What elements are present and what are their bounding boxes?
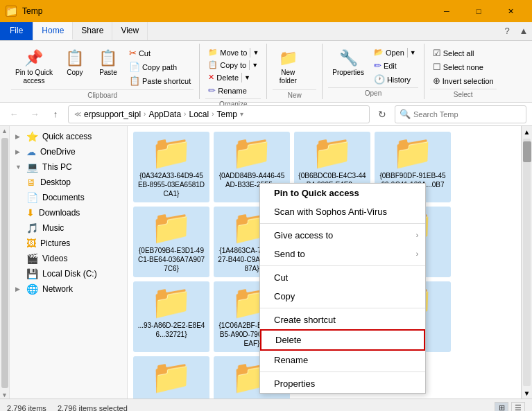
ctx-create-shortcut[interactable]: Create shortcut (260, 311, 425, 329)
list-item[interactable]: 📁 ...93-A86D-2E2-E8E46...32721} (133, 281, 209, 352)
new-folder-icon: 📁 (279, 49, 298, 67)
nav-documents[interactable]: 📄 Documents (10, 190, 127, 205)
forward-button[interactable]: → (26, 106, 43, 123)
up-button[interactable]: ↑ (47, 106, 64, 123)
select-all-button[interactable]: ☑ Select all (430, 46, 497, 60)
copy-to-arrow[interactable]: ▼ (249, 60, 260, 70)
paste-label: Paste (99, 69, 117, 77)
move-to-icon: 📁 (208, 48, 218, 57)
open-button[interactable]: 📂 Open ▼ (371, 46, 418, 58)
ctx-sep3 (260, 308, 425, 308)
clipboard-small-btns: ✂ Cut 📄 Copy path 📋 Paste shortcut (126, 46, 194, 87)
copy-to-main[interactable]: 📋 Copy to (205, 59, 249, 71)
nav-expand-thispc: ▼ (15, 164, 22, 170)
nav-local-disk[interactable]: 💾 Local Disk (C:) (10, 266, 127, 281)
paste-shortcut-button[interactable]: 📋 Paste shortcut (126, 74, 194, 87)
copy-to-button[interactable]: 📋 Copy to ▼ (205, 59, 261, 71)
nav-videos[interactable]: 🎬 Videos (10, 251, 127, 266)
tab-home[interactable]: Home (33, 22, 73, 40)
edit-button[interactable]: ✏ Edit (371, 59, 418, 72)
list-item[interactable]: 📁 ... (133, 356, 209, 399)
nav-downloads[interactable]: ⬇ Downloads (10, 205, 127, 220)
path-local[interactable]: Local (189, 110, 209, 119)
delete-button[interactable]: ✕ Delete ▼ (205, 71, 261, 83)
scroll-thumb[interactable] (523, 141, 531, 162)
nav-music[interactable]: 🎵 Music (10, 220, 127, 236)
nav-music-icon: 🎵 (26, 222, 38, 234)
nav-onedrive-icon: ☁ (26, 146, 36, 157)
search-input[interactable] (413, 110, 522, 119)
properties-button[interactable]: 🔧 Properties (328, 46, 368, 80)
ribbon-group-clipboard: 📌 Pin to Quickaccess 📋 Copy 📋 Paste ✂ Cu… (6, 44, 200, 99)
paste-button[interactable]: 📋 Paste (93, 46, 123, 80)
list-item[interactable]: 📁 {0A342A33-64D9-45EB-8955-03EA6581DCA1} (133, 132, 209, 202)
view-large-icons-button[interactable]: ⊞ (495, 402, 508, 412)
invert-selection-button[interactable]: ⊕ Invert selection (430, 74, 497, 87)
ctx-cut[interactable]: Cut (260, 268, 425, 287)
folder-icon: 📁 (231, 136, 273, 169)
move-to-button[interactable]: 📁 Move to ▼ (205, 46, 261, 58)
left-scroll-down[interactable]: ▼ (1, 392, 8, 399)
delete-main[interactable]: ✕ Delete (205, 71, 241, 83)
ctx-pin-label: Pin to Quick access (274, 188, 359, 198)
maximize-button[interactable]: □ (463, 0, 495, 22)
ctx-give-access[interactable]: Give access to › (260, 226, 425, 245)
select-none-button[interactable]: ☐ Select none (430, 60, 497, 73)
main-area: ▲ ▼ ▶ ⭐ Quick access ▶ ☁ OneDrive ▼ 💻 Th… (0, 126, 532, 399)
list-item[interactable]: 📁 {0EB709B4-E3D1-49C1-BE64-036A7A9077C6} (133, 207, 209, 277)
pin-to-quick-access-button[interactable]: 📌 Pin to Quickaccess (11, 46, 57, 88)
left-scroll-up[interactable]: ▲ (1, 128, 8, 134)
history-button[interactable]: 🕐 History (371, 73, 418, 86)
ctx-send-to[interactable]: Send to › (260, 245, 425, 263)
nav-pictures[interactable]: 🖼 Pictures (10, 236, 127, 251)
nav-this-pc[interactable]: ▼ 💻 This PC (10, 159, 127, 175)
tab-view[interactable]: View (112, 22, 148, 40)
path-erpsupport[interactable]: erpsupport_sipl (84, 110, 141, 119)
delete-arrow[interactable]: ▼ (241, 73, 252, 82)
ribbon-collapse-button[interactable]: ▲ (515, 22, 532, 39)
nav-onedrive[interactable]: ▶ ☁ OneDrive (10, 144, 127, 159)
copy-path-button[interactable]: 📄 Copy path (126, 60, 194, 73)
open-main[interactable]: 📂 Open (371, 46, 407, 58)
scroll-up-button[interactable]: ▲ (522, 126, 532, 137)
folder-icon: 📁 (151, 211, 192, 244)
rename-button[interactable]: ✏ Rename (205, 84, 261, 97)
nav-onedrive-label: OneDrive (40, 147, 76, 157)
tab-share[interactable]: Share (73, 22, 112, 40)
ctx-send-to-arrow: › (416, 250, 418, 258)
minimize-button[interactable]: ─ (431, 0, 463, 22)
folder-icon: 📁 (151, 136, 192, 169)
ribbon-group-organize: 📁 Move to ▼ 📋 Copy to ▼ (200, 44, 267, 99)
move-to-main[interactable]: 📁 Move to (205, 46, 250, 58)
search-icon: 🔍 (400, 109, 411, 119)
refresh-button[interactable]: ↻ (374, 106, 391, 123)
ctx-rename[interactable]: Rename (260, 351, 425, 369)
ctx-pin[interactable]: Pin to Quick access (260, 184, 425, 202)
close-button[interactable]: ✕ (495, 0, 526, 22)
nav-desktop[interactable]: 🖥 Desktop (10, 175, 127, 190)
cut-button[interactable]: ✂ Cut (126, 46, 194, 60)
ctx-copy[interactable]: Copy (260, 287, 425, 306)
ctx-delete[interactable]: Delete (260, 329, 425, 351)
view-details-button[interactable]: ☰ (511, 402, 525, 412)
ctx-properties[interactable]: Properties (260, 374, 425, 393)
new-folder-button[interactable]: 📁 Newfolder (273, 46, 303, 88)
clipboard-items: 📌 Pin to Quickaccess 📋 Copy 📋 Paste ✂ Cu… (11, 46, 194, 88)
scroll-down-button[interactable]: ▼ (522, 387, 532, 399)
ctx-scan[interactable]: Scan with Sophos Anti-Virus (260, 202, 425, 221)
path-temp[interactable]: Temp (216, 110, 237, 119)
status-bar: 2,796 items 2,796 items selected ⊞ ☰ (0, 399, 532, 411)
move-to-arrow[interactable]: ▼ (250, 48, 261, 58)
path-dropdown-arrow[interactable]: ▾ (240, 110, 243, 118)
nav-desktop-icon: 🖥 (26, 177, 36, 188)
address-path[interactable]: ≪ erpsupport_sipl › AppData › Local › Te… (68, 105, 370, 123)
nav-network[interactable]: ▶ 🌐 Network (10, 281, 127, 297)
tab-file[interactable]: File (0, 22, 33, 40)
open-arrow[interactable]: ▼ (407, 48, 418, 58)
nav-quick-access[interactable]: ▶ ⭐ Quick access (10, 129, 127, 144)
nav-desktop-label: Desktop (40, 177, 71, 187)
ribbon-help-button[interactable]: ? (499, 22, 515, 39)
copy-button[interactable]: 📋 Copy (60, 46, 90, 80)
back-button[interactable]: ← (6, 106, 22, 123)
path-appdata[interactable]: AppData (148, 110, 181, 119)
